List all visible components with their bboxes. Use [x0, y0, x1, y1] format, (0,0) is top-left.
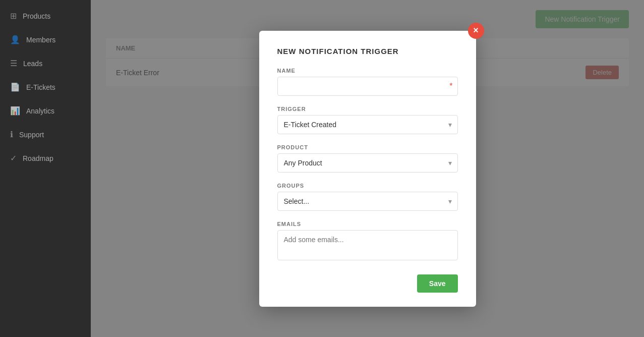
groups-select-wrapper: Select... ▾ [277, 192, 458, 211]
sidebar-item-etickets[interactable]: 📄 E-Tickets [0, 75, 91, 99]
roadmap-icon: ✓ [10, 153, 17, 163]
sidebar-item-label: Analytics [26, 107, 54, 115]
sidebar-item-support[interactable]: ℹ Support [0, 123, 91, 146]
products-icon: ⊞ [10, 11, 17, 21]
groups-label: GROUPS [277, 183, 458, 189]
name-input-wrapper: * [277, 77, 458, 96]
name-label: NAME [277, 68, 458, 74]
product-select[interactable]: Any Product Product A Product B [277, 153, 458, 173]
sidebar-item-label: Leads [23, 60, 42, 68]
etickets-icon: 📄 [10, 82, 20, 92]
trigger-label: TRIGGER [277, 106, 458, 112]
leads-icon: ☰ [10, 59, 17, 68]
trigger-select-wrapper: E-Ticket Created E-Ticket Updated E-Tick… [277, 115, 458, 134]
name-field-group: NAME * [277, 68, 458, 96]
trigger-field-group: TRIGGER E-Ticket Created E-Ticket Update… [277, 106, 458, 134]
groups-select[interactable]: Select... [277, 192, 458, 211]
groups-field-group: GROUPS Select... ▾ [277, 183, 458, 211]
support-icon: ℹ [10, 130, 13, 139]
sidebar-item-label: E-Tickets [26, 83, 55, 91]
sidebar-item-label: Support [19, 131, 44, 139]
product-field-group: PRODUCT Any Product Product A Product B … [277, 144, 458, 173]
modal-close-button[interactable]: × [468, 23, 484, 39]
emails-field-group: EMAILS [277, 221, 458, 262]
analytics-icon: 📊 [10, 106, 20, 116]
new-notification-trigger-modal: × NEW NOTIFICATION TRIGGER NAME * TRIGGE… [259, 31, 476, 307]
product-label: PRODUCT [277, 144, 458, 150]
modal-title: NEW NOTIFICATION TRIGGER [277, 47, 458, 55]
sidebar-item-label: Products [23, 12, 50, 20]
sidebar-item-label: Members [26, 36, 55, 44]
sidebar: ⊞ Products 👤 Members ☰ Leads 📄 E-Tickets… [0, 0, 91, 337]
emails-textarea[interactable] [277, 230, 458, 260]
members-icon: 👤 [10, 35, 20, 44]
save-button[interactable]: Save [417, 274, 458, 293]
sidebar-item-leads[interactable]: ☰ Leads [0, 51, 91, 75]
sidebar-item-members[interactable]: 👤 Members [0, 28, 91, 51]
modal-footer: Save [277, 274, 458, 293]
sidebar-item-label: Roadmap [23, 154, 53, 162]
main-content: New Notification Trigger NAME E-Ticket E… [91, 0, 644, 337]
name-input[interactable] [277, 77, 458, 96]
emails-label: EMAILS [277, 221, 458, 227]
trigger-select[interactable]: E-Ticket Created E-Ticket Updated E-Tick… [277, 115, 458, 134]
product-select-wrapper: Any Product Product A Product B ▾ [277, 153, 458, 173]
sidebar-item-analytics[interactable]: 📊 Analytics [0, 99, 91, 123]
modal-overlay: × NEW NOTIFICATION TRIGGER NAME * TRIGGE… [91, 0, 644, 337]
sidebar-item-products[interactable]: ⊞ Products [0, 4, 91, 28]
sidebar-item-roadmap[interactable]: ✓ Roadmap [0, 146, 91, 170]
required-star: * [449, 82, 452, 91]
